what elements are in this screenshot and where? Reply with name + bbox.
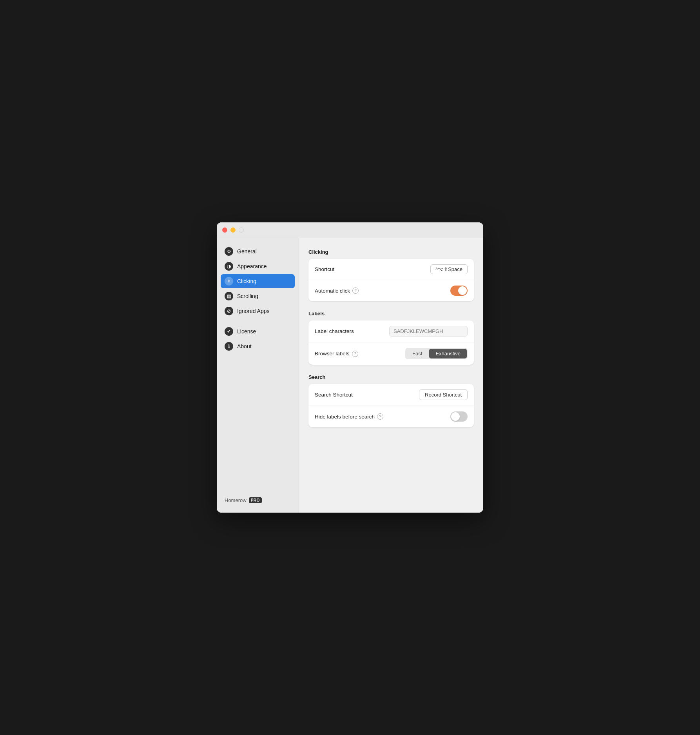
sidebar-item-label: Scrolling	[237, 293, 258, 299]
segment-fast[interactable]: Fast	[406, 349, 428, 358]
license-icon: ✔	[225, 327, 233, 336]
automatic-click-help-icon[interactable]: ?	[352, 287, 359, 294]
main-content: Clicking Shortcut ^⌥⇧Space Automatic cli…	[299, 238, 483, 513]
search-card: Search Shortcut Record Shortcut Hide lab…	[308, 384, 474, 427]
about-icon: ℹ	[225, 342, 233, 351]
segment-exhaustive[interactable]: Exhaustive	[429, 349, 467, 358]
appearance-icon: ◑	[225, 262, 233, 271]
record-shortcut-button[interactable]: Record Shortcut	[419, 389, 468, 400]
close-button[interactable]	[222, 227, 227, 233]
label-characters-row: Label characters	[308, 320, 474, 342]
automatic-click-toggle[interactable]	[450, 286, 468, 296]
clicking-section: Clicking Shortcut ^⌥⇧Space Automatic cli…	[308, 249, 474, 301]
label-characters-label: Label characters	[315, 328, 354, 334]
minimize-button[interactable]	[230, 227, 236, 233]
hide-labels-label: Hide labels before search ?	[315, 413, 383, 420]
titlebar	[217, 222, 483, 238]
sidebar-item-label: Clicking	[237, 278, 256, 284]
sidebar-item-label: Appearance	[237, 263, 267, 269]
toggle-knob-2	[451, 412, 460, 421]
shortcut-button[interactable]: ^⌥⇧Space	[430, 264, 468, 274]
labels-section: Labels Label characters Browser labels ?…	[308, 311, 474, 365]
hide-labels-row: Hide labels before search ?	[308, 406, 474, 427]
sidebar-item-appearance[interactable]: ◑ Appearance	[221, 259, 295, 273]
search-shortcut-label: Search Shortcut	[315, 392, 353, 398]
scrolling-icon: ▤	[225, 292, 233, 300]
pro-badge: PRO	[249, 497, 262, 503]
label-characters-input[interactable]	[389, 326, 468, 337]
clicking-icon: ✳	[225, 277, 233, 286]
sidebar-item-label: About	[237, 343, 252, 349]
sidebar-item-scrolling[interactable]: ▤ Scrolling	[221, 289, 295, 303]
sidebar-item-label: Ignored Apps	[237, 308, 270, 314]
browser-labels-segmented-control: Fast Exhaustive	[405, 348, 468, 359]
hide-labels-help-icon[interactable]: ?	[377, 413, 383, 420]
shortcut-row: Shortcut ^⌥⇧Space	[308, 259, 474, 280]
sidebar-item-license[interactable]: ✔ License	[221, 324, 295, 338]
sidebar-item-about[interactable]: ℹ About	[221, 339, 295, 353]
browser-labels-row: Browser labels ? Fast Exhaustive	[308, 342, 474, 365]
clicking-section-title: Clicking	[308, 249, 474, 255]
labels-section-title: Labels	[308, 311, 474, 317]
maximize-button[interactable]	[239, 227, 244, 233]
sidebar-item-general[interactable]: ⚙ General	[221, 244, 295, 258]
general-icon: ⚙	[225, 247, 233, 256]
sidebar-item-label: License	[237, 328, 256, 335]
hide-labels-toggle[interactable]	[450, 411, 468, 422]
search-section-title: Search	[308, 374, 474, 380]
app-name: Homerow	[225, 497, 247, 503]
ignored-apps-icon: ⊘	[225, 307, 233, 315]
search-section: Search Search Shortcut Record Shortcut H…	[308, 374, 474, 427]
clicking-card: Shortcut ^⌥⇧Space Automatic click ?	[308, 259, 474, 301]
sidebar: ⚙ General ◑ Appearance ✳ Clicking ▤ Scro…	[217, 238, 299, 513]
labels-card: Label characters Browser labels ? Fast E…	[308, 320, 474, 365]
sidebar-footer: Homerow PRO	[221, 494, 295, 506]
shortcut-label: Shortcut	[315, 266, 334, 272]
sidebar-item-clicking[interactable]: ✳ Clicking	[221, 274, 295, 288]
browser-labels-label: Browser labels ?	[315, 351, 358, 357]
automatic-click-row: Automatic click ?	[308, 280, 474, 301]
window-content: ⚙ General ◑ Appearance ✳ Clicking ▤ Scro…	[217, 238, 483, 513]
browser-labels-help-icon[interactable]: ?	[352, 351, 358, 357]
sidebar-item-label: General	[237, 248, 257, 255]
search-shortcut-row: Search Shortcut Record Shortcut	[308, 384, 474, 406]
sidebar-item-ignored-apps[interactable]: ⊘ Ignored Apps	[221, 304, 295, 318]
app-window: ⚙ General ◑ Appearance ✳ Clicking ▤ Scro…	[217, 222, 483, 513]
automatic-click-label: Automatic click ?	[315, 287, 359, 294]
toggle-knob	[458, 286, 467, 295]
